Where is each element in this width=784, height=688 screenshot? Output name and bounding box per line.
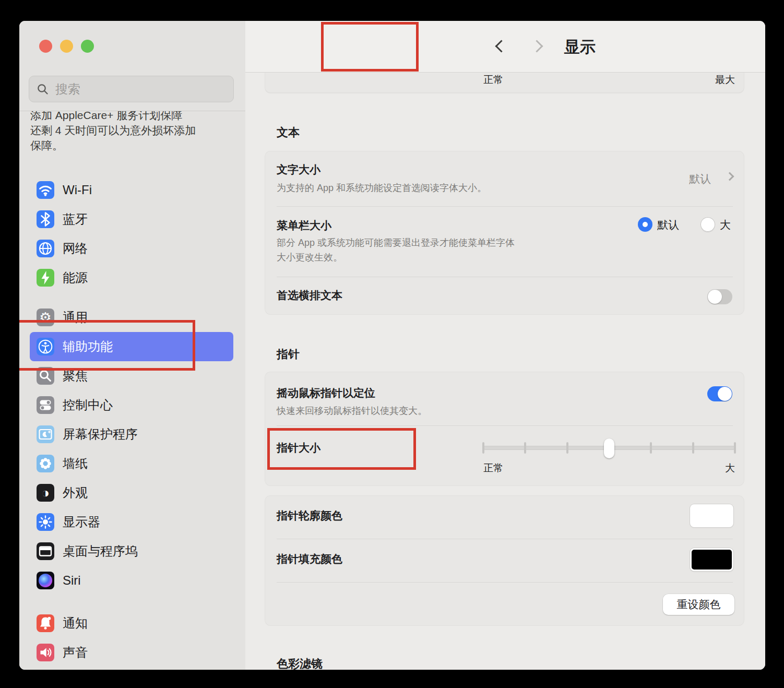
menubar-size-radio-default-label[interactable]: 默认: [657, 218, 679, 232]
row-divider: [277, 582, 733, 583]
appearance-icon: ◑: [37, 484, 54, 502]
row-divider: [277, 539, 733, 539]
sound-speaker-icon: [37, 644, 54, 661]
prefer-horizontal-title: 首选横排文本: [277, 288, 342, 303]
annotation-box-sidebar-accessibility: [19, 320, 195, 371]
sidebar-item-control-center[interactable]: 控制中心: [30, 390, 233, 420]
menubar-size-subtitle-line1: 部分 App 或系统功能可能需要退出登录才能使菜单栏字体: [277, 236, 515, 249]
menubar-size-radio-large[interactable]: [700, 217, 715, 232]
slider-tick: [482, 442, 484, 454]
applecare-line1: 添加 AppleCare+ 服务计划保障: [30, 111, 239, 123]
applecare-notice: 添加 AppleCare+ 服务计划保障 还剩 4 天时间可以为意外损坏添加 保…: [30, 111, 239, 159]
fill-color-swatch[interactable]: [690, 548, 733, 571]
outline-color-title: 指针轮廓颜色: [277, 508, 342, 523]
notification-bell-icon: [37, 614, 54, 632]
sidebar-item-displays[interactable]: 显示器: [30, 507, 233, 537]
sidebar-item-wallpaper[interactable]: 墙纸: [30, 449, 233, 478]
bluetooth-icon: [37, 210, 54, 228]
text-size-title: 文字大小: [277, 162, 320, 177]
annotation-box-display-title: [321, 22, 419, 72]
sidebar-item-network[interactable]: 网络: [30, 234, 233, 263]
text-size-value[interactable]: 默认: [689, 172, 711, 186]
partial-slider-card: 正常 最大: [265, 73, 744, 92]
sidebar-item-sound[interactable]: 声音: [30, 638, 233, 667]
slider-tick: [692, 442, 694, 454]
sidebar-item-wifi[interactable]: Wi-Fi: [30, 175, 233, 205]
search-icon: [37, 83, 49, 96]
back-button[interactable]: [495, 40, 507, 52]
pointer-color-card: 指针轮廓颜色 指针填充颜色 重设颜色: [265, 496, 744, 625]
close-button[interactable]: [39, 40, 52, 53]
partial-slider-min-label: 正常: [483, 73, 503, 87]
minimize-button[interactable]: [60, 40, 73, 53]
fill-color-title: 指针填充颜色: [277, 552, 342, 566]
menubar-size-subtitle-line2: 大小更改生效。: [277, 251, 342, 264]
search-input[interactable]: 搜索: [29, 76, 234, 102]
sidebar-item-desktop-dock[interactable]: 桌面与程序坞: [30, 537, 233, 566]
sidebar-item-siri[interactable]: Siri: [30, 566, 233, 595]
color-filters-header: 色彩滤镜: [277, 656, 323, 670]
pointer-section-header: 指针: [277, 347, 300, 362]
text-settings-card: 文字大小 为支持的 App 和系统功能设定首选阅读字体大小。 默认 菜单栏大小 …: [265, 151, 744, 314]
sidebar-item-screensaver[interactable]: 屏幕保护程序: [30, 420, 233, 449]
forward-button[interactable]: [530, 40, 543, 52]
row-divider: [277, 425, 733, 426]
slider-tick: [650, 442, 652, 454]
display-sun-icon: [37, 513, 54, 531]
menubar-size-title: 菜单栏大小: [277, 218, 331, 233]
page-title: 显示: [564, 37, 596, 58]
applecare-line2: 还剩 4 天时间可以为意外损坏添加: [30, 123, 239, 138]
energy-bolt-icon: [37, 269, 54, 287]
globe-icon: [37, 240, 54, 257]
sidebar-item-appearance[interactable]: ◑ 外观: [30, 478, 233, 507]
zoom-button[interactable]: [81, 40, 94, 53]
menubar-size-radio-default[interactable]: [638, 217, 652, 232]
prefer-horizontal-toggle[interactable]: [707, 289, 732, 304]
system-settings-window: 搜索 添加 AppleCare+ 服务计划保障 还剩 4 天时间可以为意外损坏添…: [19, 21, 765, 670]
chevron-right-icon[interactable]: [726, 172, 734, 181]
text-size-subtitle: 为支持的 App 和系统功能设定首选阅读字体大小。: [277, 182, 486, 194]
pointer-size-min-label: 正常: [483, 461, 503, 475]
sidebar-item-notifications[interactable]: 通知: [30, 609, 233, 638]
pointer-size-slider-thumb[interactable]: [604, 438, 614, 458]
shake-to-locate-title: 摇动鼠标指针以定位: [277, 386, 375, 400]
wallpaper-icon: [37, 455, 54, 472]
shake-to-locate-subtitle: 快速来回移动鼠标指针以使其变大。: [277, 405, 427, 417]
annotation-box-pointer-size: [267, 428, 416, 470]
sidebar-item-energy[interactable]: 能源: [30, 263, 233, 292]
shake-to-locate-toggle[interactable]: [707, 386, 732, 401]
menubar-size-radio-large-label[interactable]: 大: [720, 218, 731, 232]
outline-color-swatch[interactable]: [690, 504, 733, 527]
slider-tick: [524, 442, 526, 454]
reset-colors-button[interactable]: 重设颜色: [663, 594, 734, 615]
screenshot-root: 搜索 添加 AppleCare+ 服务计划保障 还剩 4 天时间可以为意外损坏添…: [0, 0, 784, 688]
pointer-size-max-label: 大: [725, 461, 735, 475]
sidebar-item-bluetooth[interactable]: 蓝牙: [30, 205, 233, 234]
row-divider: [277, 206, 733, 207]
text-section-header: 文本: [277, 125, 300, 140]
search-placeholder: 搜索: [55, 81, 80, 98]
wifi-icon: [37, 181, 54, 199]
partial-slider-max-label: 最大: [715, 73, 735, 87]
slider-tick: [734, 442, 736, 454]
control-center-icon: [37, 396, 54, 414]
siri-icon: [37, 572, 54, 589]
row-divider: [277, 277, 733, 277]
slider-tick: [566, 442, 568, 454]
screensaver-icon: [37, 425, 54, 443]
applecare-line3: 保障。: [30, 138, 239, 153]
desktop-dock-icon: [37, 542, 54, 560]
